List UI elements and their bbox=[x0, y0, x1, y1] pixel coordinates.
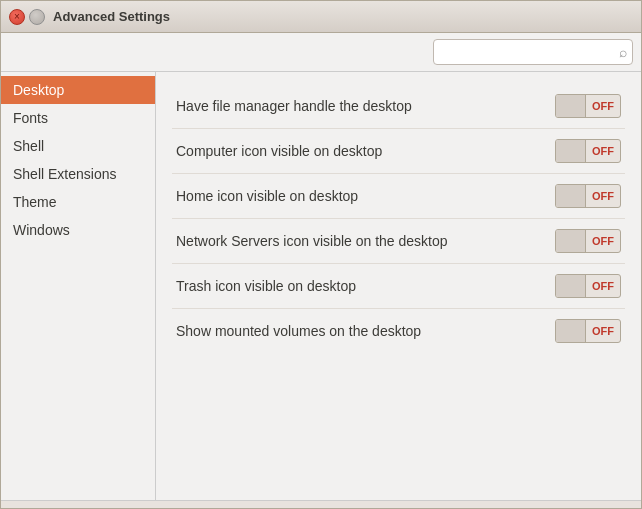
toggle-file-manager[interactable]: OFF bbox=[555, 94, 621, 118]
setting-row-home-icon: Home icon visible on desktop OFF bbox=[172, 174, 625, 219]
setting-label-file-manager: Have file manager handle the desktop bbox=[176, 98, 555, 114]
setting-label-computer-icon: Computer icon visible on desktop bbox=[176, 143, 555, 159]
toggle-track bbox=[556, 229, 586, 253]
window: × Advanced Settings ⌕ Desktop Fonts Shel… bbox=[0, 0, 642, 509]
toggle-computer-icon[interactable]: OFF bbox=[555, 139, 621, 163]
toggle-value-home-icon: OFF bbox=[586, 184, 620, 208]
toggle-track bbox=[556, 319, 586, 343]
setting-label-network-icon: Network Servers icon visible on the desk… bbox=[176, 233, 555, 249]
sidebar: Desktop Fonts Shell Shell Extensions The… bbox=[1, 72, 156, 500]
toggle-track bbox=[556, 184, 586, 208]
sidebar-item-shell[interactable]: Shell bbox=[1, 132, 155, 160]
toggle-mounted-volumes[interactable]: OFF bbox=[555, 319, 621, 343]
toggle-trash-icon[interactable]: OFF bbox=[555, 274, 621, 298]
titlebar: × Advanced Settings bbox=[1, 1, 641, 33]
setting-row-trash-icon: Trash icon visible on desktop OFF bbox=[172, 264, 625, 309]
toggle-track bbox=[556, 139, 586, 163]
toggle-value-trash-icon: OFF bbox=[586, 274, 620, 298]
toggle-track bbox=[556, 94, 586, 118]
window-controls: × bbox=[9, 9, 45, 25]
sidebar-item-desktop[interactable]: Desktop bbox=[1, 76, 155, 104]
window-title: Advanced Settings bbox=[53, 9, 170, 24]
statusbar bbox=[1, 500, 641, 508]
toggle-value-computer-icon: OFF bbox=[586, 139, 620, 163]
sidebar-item-fonts[interactable]: Fonts bbox=[1, 104, 155, 132]
sidebar-item-theme[interactable]: Theme bbox=[1, 188, 155, 216]
search-input[interactable] bbox=[433, 39, 633, 65]
main-content: Have file manager handle the desktop OFF… bbox=[156, 72, 641, 500]
toggle-value-mounted-volumes: OFF bbox=[586, 319, 620, 343]
setting-label-mounted-volumes: Show mounted volumes on the desktop bbox=[176, 323, 555, 339]
setting-row-mounted-volumes: Show mounted volumes on the desktop OFF bbox=[172, 309, 625, 353]
close-button[interactable]: × bbox=[9, 9, 25, 25]
minimize-button[interactable] bbox=[29, 9, 45, 25]
content-area: Desktop Fonts Shell Shell Extensions The… bbox=[1, 72, 641, 500]
search-wrapper: ⌕ bbox=[433, 39, 633, 65]
setting-label-home-icon: Home icon visible on desktop bbox=[176, 188, 555, 204]
toggle-value-file-manager: OFF bbox=[586, 94, 620, 118]
toggle-network-icon[interactable]: OFF bbox=[555, 229, 621, 253]
setting-label-trash-icon: Trash icon visible on desktop bbox=[176, 278, 555, 294]
setting-row-file-manager: Have file manager handle the desktop OFF bbox=[172, 84, 625, 129]
toggle-value-network-icon: OFF bbox=[586, 229, 620, 253]
toolbar: ⌕ bbox=[1, 33, 641, 72]
toggle-track bbox=[556, 274, 586, 298]
setting-row-network-icon: Network Servers icon visible on the desk… bbox=[172, 219, 625, 264]
sidebar-item-windows[interactable]: Windows bbox=[1, 216, 155, 244]
sidebar-item-shell-extensions[interactable]: Shell Extensions bbox=[1, 160, 155, 188]
toggle-home-icon[interactable]: OFF bbox=[555, 184, 621, 208]
setting-row-computer-icon: Computer icon visible on desktop OFF bbox=[172, 129, 625, 174]
